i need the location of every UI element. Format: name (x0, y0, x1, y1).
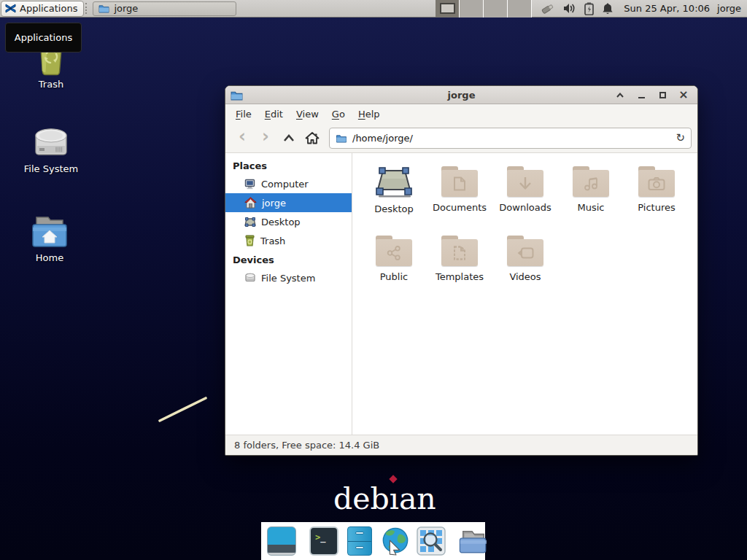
folder-item-music[interactable]: Music (558, 163, 624, 233)
sidebar-item-computer[interactable]: Computer (225, 174, 352, 193)
menu-help[interactable]: Help (352, 106, 386, 122)
trash-small-icon (244, 235, 255, 246)
menu-go[interactable]: Go (326, 106, 351, 122)
music-note-glyph (584, 176, 598, 191)
file-manager-window: jorge × File Edit View Go Help ‹ › (225, 85, 698, 456)
taskbar-window-label: jorge (114, 3, 138, 14)
desktop-icon-label: File System (24, 163, 78, 174)
panel-username[interactable]: jorge (717, 3, 741, 14)
home-button[interactable] (301, 127, 323, 149)
forward-button[interactable]: › (255, 127, 276, 149)
tooltip-text: Applications (15, 32, 72, 43)
sidebar-header-devices: Devices (225, 250, 352, 268)
user-home-icon (244, 197, 257, 209)
debian-wordmark: debıan (333, 481, 436, 516)
statusbar-text: 8 folders, Free space: 14.4 GiB (234, 440, 379, 451)
folder-icon (638, 166, 675, 197)
sidebar-item-file-system[interactable]: File System (225, 268, 352, 287)
debian-diamond-dot (389, 475, 397, 483)
applications-menu-button[interactable]: Applications (1, 1, 84, 17)
shade-button[interactable] (615, 90, 625, 100)
close-button[interactable]: × (678, 90, 689, 100)
xfce-menu-icon (5, 3, 16, 14)
menubar: File Edit View Go Help (225, 104, 697, 123)
share-glyph (387, 246, 401, 260)
folder-icon (98, 4, 109, 13)
folder-icon (376, 236, 412, 266)
folder-item-public[interactable]: Public (361, 233, 427, 302)
download-arrow-glyph (518, 176, 533, 191)
folder-item-downloads[interactable]: Downloads (492, 163, 558, 233)
computer-icon (244, 179, 256, 190)
taskbar-window-button[interactable]: jorge (93, 1, 236, 16)
reload-icon[interactable]: ↻ (676, 131, 685, 144)
minimize-button[interactable] (636, 90, 646, 100)
workspace-2[interactable] (460, 0, 484, 18)
dock-panel: >_ (261, 522, 485, 560)
sidebar-item-jorge[interactable]: jorge (225, 193, 352, 212)
file-manager-icon[interactable] (347, 526, 372, 556)
workspace-1[interactable] (436, 0, 460, 18)
home-folder-icon (31, 213, 69, 249)
sidebar: Places Computer jorge (225, 153, 352, 435)
sidebar-item-desktop[interactable]: Desktop (225, 212, 352, 231)
folder-icon (441, 236, 478, 266)
folder-grid: Desktop Documents (361, 163, 697, 302)
workspace-3[interactable] (484, 0, 508, 18)
web-browser-icon[interactable] (381, 526, 410, 556)
applications-menu-label: Applications (20, 3, 77, 14)
window-titlebar[interactable]: jorge × (225, 86, 697, 104)
drive-small-icon (244, 273, 256, 283)
top-panel: Applications jorge (0, 0, 747, 18)
directory-menu-icon[interactable] (459, 526, 488, 556)
desktop-icon-label: Home (36, 252, 63, 263)
document-glyph (453, 176, 466, 191)
camera-glyph (648, 176, 665, 190)
menu-file[interactable]: File (230, 106, 258, 122)
folder-item-documents[interactable]: Documents (427, 163, 492, 233)
desktop-place-icon (244, 217, 256, 228)
desktop-icon-home[interactable]: Home (16, 213, 83, 263)
path-input[interactable] (352, 133, 670, 144)
folder-icon (507, 236, 543, 266)
removable-media-icon[interactable] (541, 2, 555, 15)
workspace-4[interactable] (508, 0, 532, 18)
menu-view[interactable]: View (290, 106, 325, 122)
show-desktop-icon[interactable] (267, 526, 296, 556)
sidebar-header-places: Places (225, 156, 352, 174)
system-tray (541, 2, 614, 15)
volume-icon[interactable] (563, 3, 576, 14)
video-camera-glyph (516, 247, 534, 259)
notifications-bell-icon[interactable] (602, 2, 614, 15)
statusbar: 8 folders, Free space: 14.4 GiB (225, 435, 697, 455)
application-finder-icon[interactable] (417, 526, 446, 556)
location-bar[interactable]: ↻ (329, 128, 692, 149)
panel-clock[interactable]: Sun 25 Apr, 10:06 (624, 3, 710, 14)
up-button[interactable] (278, 127, 300, 149)
terminal-icon[interactable]: >_ (309, 526, 338, 556)
folder-item-desktop[interactable]: Desktop (361, 163, 427, 233)
window-folder-icon (231, 90, 243, 101)
hard-drive-icon (33, 125, 69, 160)
folder-item-templates[interactable]: Templates (427, 233, 492, 302)
desktop-icon-file-system[interactable]: File System (18, 125, 85, 174)
workspace-switcher (436, 0, 532, 18)
maximize-button[interactable] (657, 90, 667, 100)
sidebar-item-trash[interactable]: Trash (225, 231, 352, 250)
folder-icon (507, 166, 543, 197)
applications-tooltip: Applications (5, 23, 82, 52)
panel-drag-handle[interactable] (85, 3, 91, 14)
toolbar: ‹ › ↻ (225, 123, 697, 153)
file-view[interactable]: Desktop Documents (352, 153, 697, 435)
folder-icon (573, 166, 609, 197)
folder-item-pictures[interactable]: Pictures (624, 163, 689, 233)
path-folder-icon (336, 133, 347, 143)
desktop-icon-label: Trash (39, 79, 63, 90)
wallpaper-swirl-line (153, 392, 214, 427)
workspace-window-thumb (440, 3, 455, 14)
battery-charging-icon[interactable] (584, 2, 594, 15)
back-button[interactable]: ‹ (231, 127, 253, 149)
desktop-special-icon (374, 165, 414, 198)
menu-edit[interactable]: Edit (259, 106, 289, 122)
folder-item-videos[interactable]: Videos (492, 233, 558, 302)
